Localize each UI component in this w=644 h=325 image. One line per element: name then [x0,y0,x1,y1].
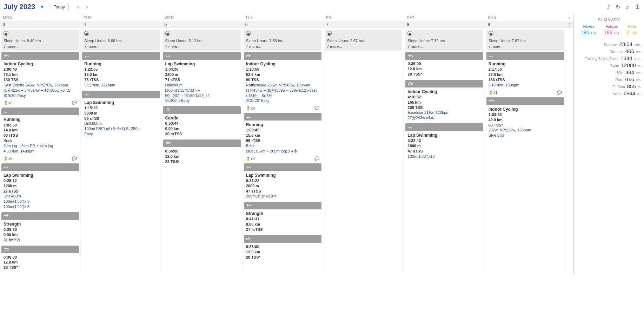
workout-card[interactable]: Strength0:39:300.00 km31 hrTSS [1,212,79,244]
metrics-card[interactable]: Sleep Hours: 7.87 hrs7 more... [486,30,564,51]
comment-icon[interactable] [72,156,77,161]
awards-icon[interactable]: x8 [4,156,13,161]
more-metrics[interactable]: 7 more... [327,44,400,49]
more-metrics[interactable]: 7 more... [246,44,319,49]
day-column[interactable]: Sleep Hours: 3.68 hrs7 more...Running1:2… [81,28,161,274]
day-column[interactable]: Sleep Hours: 7.87 hrs7 more...Running2:1… [485,28,566,274]
awards-icon[interactable]: x4 [246,156,255,161]
comment-icon[interactable] [314,106,319,110]
more-metrics[interactable]: 7 more... [489,44,562,49]
workout-desc: [100m(1'15"/1'30") + 50m(40"→43"/50")x12… [165,88,239,98]
workout-card[interactable]: Indoor Cycling2:00:4078.1 km130 TSSEast … [1,52,79,106]
summary-row-unit: m [638,85,641,89]
day-column[interactable]: Sleep Hours: 2.67 hrs7 more... [323,28,404,274]
workout-distance: 0.00 km [4,232,77,238]
date-cell[interactable]: 9 [485,21,566,28]
workout-card[interactable]: 0:36:0012.0 km28 TSS* [244,235,321,261]
sleep-hours: Sleep Hours: 3.68 hrs [84,38,158,44]
date-cell[interactable]: 3 [0,21,81,28]
today-button[interactable]: Today [50,3,69,11]
search-icon[interactable]: ⌕ [626,4,629,10]
day-column[interactable]: Sleep Hours: 8.40 hrs7 more...Indoor Cyc… [0,28,81,274]
workout-desc: Sr:300m Eady [165,98,239,103]
workout-duration: 1:15:26 [84,105,158,111]
next-arrow-icon[interactable]: › [82,4,91,10]
workout-distance: 0.00 km [165,126,239,131]
workout-desc: 27分243w x4本 [407,115,481,121]
summary-row-unit: km [636,78,640,82]
comment-icon[interactable] [72,100,77,105]
workout-tss: 28 TSS* [407,72,481,77]
workout-tss: 83 rTSS [4,133,77,138]
workout-card[interactable]: Running1:09:4515.6 km96 rTSSBrick(subLT:… [244,113,321,162]
day-column[interactable]: Sleep Hours: 5.12 hrs7 more...Lap Swimmi… [162,28,243,274]
more-metrics[interactable]: 7 more... [165,44,239,49]
workout-card[interactable]: Cardio0:53:440.00 km36 hrTSS [163,106,241,138]
workout-card[interactable]: Lap Swimming0:25:121200 m27 sTSSDrill:40… [1,163,79,211]
workout-desc: 4'33"/km, 149bpm [4,149,77,154]
more-metrics[interactable]: 7 more... [84,44,158,49]
refresh-icon[interactable]: ↻ [616,4,620,10]
workout-card[interactable]: Running1:22:5515.0 km76 rTSS5'32"/km, 12… [82,52,160,89]
month-title[interactable]: July 2023 [4,3,35,11]
expand-week-icon[interactable]: › [566,14,573,21]
week-row: Sleep Hours: 8.40 hrs7 more...Indoor Cyc… [0,28,573,274]
workout-card[interactable]: Lap Swimming0:32:421800 m47 sTSS100m(1'3… [405,123,483,161]
date-cell[interactable]: 4 [81,21,161,28]
summary-row-value: 23:04 [619,41,632,47]
workout-card[interactable]: Running2:17:5026.0 km136 rTSS5'18"/km, 1… [486,52,564,96]
upload-icon[interactable]: ⤴ [607,4,610,10]
calendar-settings-icon[interactable]: 🗓︎ [635,4,640,10]
comment-icon[interactable] [314,156,319,161]
workout-header [244,163,321,171]
workout-title: Indoor Cycling [407,89,481,95]
metrics-card[interactable]: Sleep Hours: 7.32 hrs7 more... [405,30,483,51]
workout-tss: 28 TSS* [246,255,319,260]
workout-card[interactable]: Lap Swimming1:04:363200 m71 sTSSDrill:80… [163,52,241,105]
summary-row-value: 1344 [620,55,632,61]
metrics-card[interactable]: Sleep Hours: 5.12 hrs7 more... [163,30,241,51]
comment-icon[interactable] [557,90,562,95]
more-metrics[interactable]: 7 more... [407,44,481,49]
awards-icon[interactable]: x4 [246,106,255,110]
workout-desc: 2km jog + 8km PR + 4km jog [4,143,77,149]
workout-card[interactable]: Indoor Cycling1:20:5952.6 km90 TSSRattle… [244,52,321,111]
month-dropdown-icon[interactable]: ▼ [40,5,44,9]
workout-card[interactable]: 0:36:0012.0 km28 TSS* [163,139,241,166]
metrics-card[interactable]: Sleep Hours: 8.40 hrs7 more... [1,30,79,51]
metrics-card[interactable]: Sleep Hours: 7.53 hrs7 more... [244,30,321,51]
workout-card[interactable]: Strength0:41:310.00 km27 hrTSS [244,202,321,234]
workout-footer: x1 [486,89,564,96]
workout-card[interactable]: Running1:03:5014.0 km83 rTSSBrick2km jog… [1,108,79,162]
sport-icon [4,213,9,219]
prev-arrow-icon[interactable]: ‹ [74,4,82,10]
workout-card[interactable]: 0:36:0012.0 km28 TSS* [405,52,483,78]
date-cell[interactable]: 6 [243,21,323,28]
workout-card[interactable]: Indoor Cycling4:16:32165 km200 TSSExcelc… [405,80,483,122]
workout-card[interactable]: 0:36:0012.0 km28 TSS* [1,246,79,272]
workout-card[interactable]: Lap Swimming1:15:263800 m86 sTSSDrill:80… [82,91,160,138]
workout-tss: 47 sTSS [246,189,319,194]
day-column[interactable]: Sleep Hours: 7.53 hrs7 more...Indoor Cyc… [243,28,323,274]
workout-card[interactable]: Lap Swimming0:31:222000 m47 sTSS200m(3'1… [244,163,321,201]
sport-icon [246,53,252,59]
awards-icon[interactable]: x6 [4,101,13,105]
workout-desc: 200m(3'10")x10本 [246,194,319,199]
metrics-card[interactable]: Sleep Hours: 3.68 hrs7 more... [82,30,160,51]
date-cell[interactable]: 5 [162,21,243,28]
date-cell[interactable]: 7 [323,21,404,28]
summary-row-unit: km [636,50,640,54]
workout-distance: 40.0 km [489,117,562,123]
workout-card[interactable]: Indoor Cycling1:03:3340.0 km60 TSS*207w,… [486,97,564,139]
date-cell[interactable]: 8 [404,21,485,28]
workout-desc: 追加 20' Easy [246,98,319,103]
metrics-card[interactable]: Sleep Hours: 2.67 hrs7 more... [325,30,402,51]
workout-desc: Drill:800m [84,121,158,126]
awards-icon[interactable]: x1 [489,90,498,95]
week-menu-icon[interactable]: ⋮ [566,21,573,28]
sport-icon [489,53,494,59]
workout-tss: 28 TSS* [4,265,77,270]
day-column[interactable]: Sleep Hours: 7.32 hrs7 more...0:36:0012.… [404,28,485,274]
summary-row-label: Run [615,78,622,82]
more-metrics[interactable]: 7 more... [4,44,77,49]
